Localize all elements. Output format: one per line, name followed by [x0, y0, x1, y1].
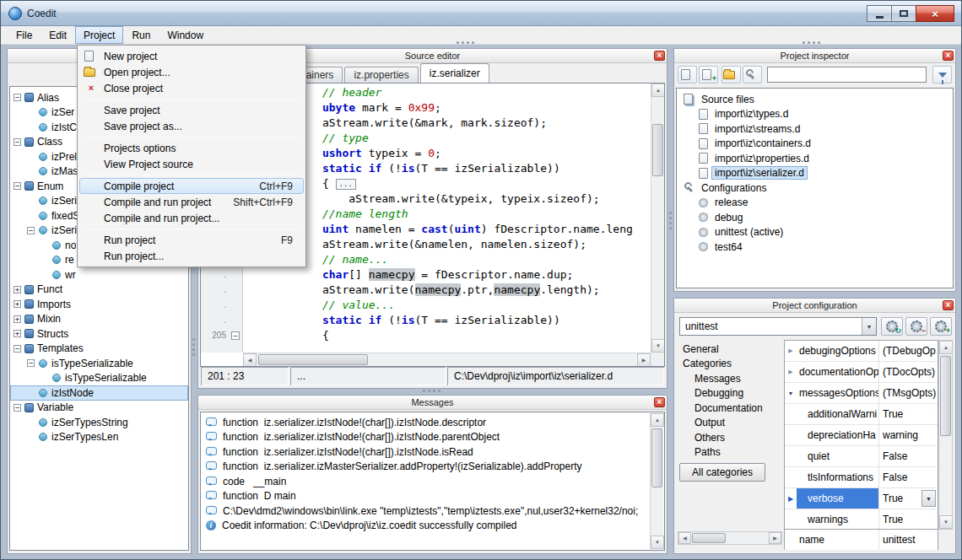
inspector-tree-item[interactable]: debug — [677, 210, 953, 225]
expand-plus-icon[interactable]: + — [14, 315, 21, 323]
inspector-tree-item[interactable]: import\iz\containers.d — [677, 137, 953, 152]
scroll-up-icon[interactable]: ▲ — [939, 341, 953, 354]
menu-item-compile-and-run-project[interactable]: Compile and run project... — [79, 210, 304, 226]
property-value[interactable]: unittest — [879, 530, 938, 550]
scroll-down-icon[interactable]: ▼ — [651, 339, 665, 353]
property-row-tlsinformations[interactable]: tlsInformationsFalse — [785, 467, 938, 488]
menubar-item-run[interactable]: Run — [123, 26, 159, 44]
menubar-item-window[interactable]: Window — [159, 26, 212, 44]
menu-item-run-project[interactable]: Run projectF9 — [79, 232, 304, 248]
sync-config-button[interactable]: ↻ — [881, 317, 903, 336]
splitter-grip[interactable] — [803, 41, 805, 44]
inspector-tree-item[interactable]: import\iz\serializer.d — [677, 166, 953, 181]
categories-horizontal-scrollbar[interactable]: ◀ ▶ — [678, 531, 782, 545]
menu-item-save-project[interactable]: Save project — [79, 102, 304, 118]
property-value[interactable]: warning — [879, 425, 938, 445]
category-item-messages[interactable]: Messages — [678, 371, 782, 386]
minimize-button[interactable] — [867, 5, 892, 22]
message-item[interactable]: function iz.serializer.izIstNode!(char[]… — [202, 430, 650, 445]
menubar-item-file[interactable]: File — [8, 26, 41, 44]
menu-item-view-project-source[interactable]: View Project source — [79, 156, 304, 172]
scrollbar-thumb[interactable] — [258, 354, 368, 365]
scroll-up-icon[interactable]: ▲ — [651, 413, 664, 427]
property-row-debugingoptions[interactable]: ▶debugingOptions(TDebugOp — [785, 341, 938, 362]
scroll-right-icon[interactable]: ▶ — [637, 353, 651, 367]
menu-item-compile-project[interactable]: Compile projectCtrl+F9 — [79, 178, 304, 194]
category-item-general[interactable]: General — [678, 342, 782, 357]
title-bar[interactable]: Coedit × — [1, 1, 961, 26]
collapsed-icon[interactable]: ▶ — [785, 362, 797, 382]
property-value[interactable]: True — [879, 509, 938, 530]
category-item-categories[interactable]: Categories — [678, 357, 782, 372]
code-text[interactable]: aStream.write(namecpy.ptr,namecpy.length… — [243, 283, 651, 298]
message-item[interactable]: function D main — [202, 489, 650, 504]
property-row-warnings[interactable]: warningsTrue — [785, 509, 938, 530]
property-row-additionalwarni[interactable]: additionalWarniTrue — [785, 404, 938, 425]
expand-plus-icon[interactable]: + — [14, 300, 21, 308]
inspector-tree-item[interactable]: Configurations — [677, 180, 953, 196]
collapse-minus-icon[interactable]: − — [14, 404, 21, 412]
inspector-tree-item[interactable]: import\iz\streams.d — [677, 121, 953, 137]
collapse-minus-icon[interactable]: − — [27, 227, 35, 234]
menu-item-close-project[interactable]: ×Close project — [79, 80, 304, 96]
pointer-icon[interactable]: ▶ — [785, 488, 797, 509]
add-file-button[interactable]: + — [699, 66, 718, 83]
remove-config-button[interactable]: − — [905, 317, 927, 336]
category-item-paths[interactable]: Paths — [678, 445, 782, 460]
chevron-down-icon[interactable]: ▼ — [862, 318, 876, 335]
symbol-tree-item[interactable]: −Variable — [10, 401, 188, 416]
symbol-tree-item[interactable]: +Structs — [10, 326, 188, 342]
grid-vertical-scrollbar[interactable]: ▲ ▼ — [938, 340, 953, 530]
editor-vertical-scrollbar[interactable]: ▲ ▼ — [651, 83, 664, 353]
fold-collapse-icon[interactable]: − — [231, 331, 240, 340]
messages-panel-header[interactable]: Messages × — [198, 396, 667, 410]
category-item-others[interactable]: Others — [678, 430, 782, 445]
property-value[interactable]: False — [879, 467, 938, 487]
property-row-name[interactable]: name unittest — [784, 529, 938, 550]
scrollbar-thumb[interactable] — [652, 124, 663, 176]
new-file-button[interactable] — [678, 66, 697, 83]
inspector-tree-item[interactable]: test64 — [677, 240, 953, 255]
splitter-grip[interactable] — [457, 41, 459, 44]
filter-button[interactable] — [932, 66, 952, 83]
property-row-depreciationha[interactable]: depreciationHawarning — [785, 425, 938, 446]
property-value[interactable]: True▼ — [879, 488, 938, 509]
messages-vertical-scrollbar[interactable]: ▲ ▼ — [650, 413, 663, 549]
menu-item-run-project[interactable]: Run project... — [79, 248, 304, 264]
symbol-tree-item[interactable]: izSerTypesString — [10, 415, 188, 430]
message-item[interactable]: code __main — [202, 474, 650, 489]
code-text[interactable]: static if (!is(T == izSerializable)) — [243, 313, 651, 328]
code-text[interactable]: char[] namecpy = fDescriptor.name.dup; — [243, 267, 651, 283]
collapsed-icon[interactable]: ▶ — [785, 341, 797, 361]
close-button[interactable]: × — [916, 5, 954, 22]
config-panel-header[interactable]: Project configuration × — [674, 299, 955, 313]
inspector-panel-header[interactable]: Project inspector × — [674, 49, 955, 63]
maximize-button[interactable] — [891, 5, 916, 22]
property-value[interactable]: True — [879, 404, 938, 424]
category-item-output[interactable]: Output — [678, 416, 782, 431]
property-value[interactable]: False — [879, 446, 938, 466]
message-item[interactable]: C:\Dev\dmd2\windows\bin\link.exe "temp\i… — [202, 503, 650, 519]
scroll-up-icon[interactable]: ▲ — [651, 83, 665, 97]
collapse-minus-icon[interactable]: − — [27, 359, 35, 367]
add-config-button[interactable]: + — [930, 317, 952, 336]
symbol-tree-item[interactable]: +Funct — [10, 283, 188, 298]
splitter-grip[interactable] — [192, 338, 195, 341]
symbol-tree-item[interactable]: wr — [10, 267, 188, 283]
close-panel-icon[interactable]: × — [943, 300, 954, 310]
property-value[interactable]: (TMsgOpts) — [879, 383, 938, 403]
inspector-filter-input[interactable] — [767, 67, 927, 83]
menubar-item-project[interactable]: Project — [75, 26, 123, 44]
symbol-tree-item[interactable]: izSerTypesLen — [10, 430, 188, 445]
scrollbar-thumb[interactable] — [651, 428, 662, 487]
property-value[interactable]: (TDebugOp — [879, 341, 938, 361]
splitter-grip[interactable] — [423, 390, 425, 392]
value-dropdown-button[interactable]: ▼ — [921, 490, 936, 507]
inspector-tree-item[interactable]: import\iz\properties.d — [677, 151, 953, 166]
expand-plus-icon[interactable]: + — [14, 330, 21, 337]
menubar-item-edit[interactable]: Edit — [41, 26, 75, 44]
all-categories-button[interactable]: All categories — [679, 463, 765, 482]
symbol-tree-item[interactable]: −isTypeSerializable — [10, 356, 188, 371]
property-row-verbose[interactable]: ▶verboseTrue▼ — [785, 488, 938, 509]
inspector-tree-item[interactable]: release — [677, 196, 953, 211]
